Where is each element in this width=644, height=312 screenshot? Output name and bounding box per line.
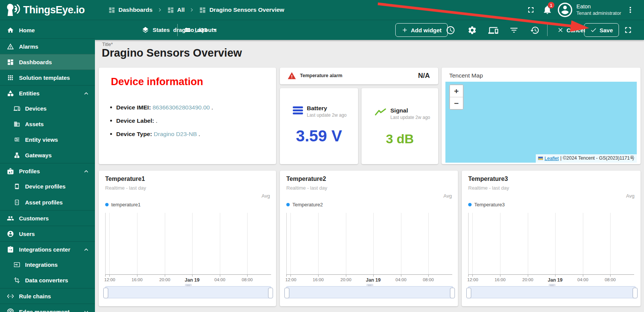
filter-icon[interactable] (509, 25, 519, 35)
legend-dot-icon (468, 203, 472, 206)
sidebar-item-entities[interactable]: Entities (0, 85, 95, 101)
save-button[interactable]: Save (584, 23, 619, 37)
temperature2-chart-widget[interactable]: Temperature2 Realtime - last day Avg Tem… (280, 171, 458, 306)
sidebar-item-asset-profiles[interactable]: Asset profiles (0, 195, 95, 210)
input-icon (14, 261, 20, 268)
sidebar-item-rule-chains[interactable]: Rule chains (0, 288, 95, 304)
x-tick-label: 04:00 (396, 277, 407, 282)
sidebar-item-integrations[interactable]: Integrations (0, 257, 95, 272)
chart-title: Temperature1 (105, 176, 145, 182)
sidebar-item-device-profiles[interactable]: Device profiles (0, 179, 95, 194)
slider-left-handle[interactable] (466, 288, 471, 298)
battery-widget[interactable]: Battery Last update 2w ago 3.59 V (280, 88, 358, 164)
slider-grip-handle[interactable] (185, 284, 192, 287)
time-range-slider[interactable] (105, 286, 271, 298)
temperature3-chart-widget[interactable]: Temperature3 Realtime - last day Avg Tem… (462, 171, 641, 306)
badge-icon (7, 168, 14, 175)
signal-widget[interactable]: Signal Last update 2w ago 3 dB (361, 88, 438, 164)
x-tick-label: 16:00 (313, 277, 324, 282)
user-info[interactable]: Eaton Tenant administrator (576, 3, 621, 16)
layouts-button[interactable]: Layouts (184, 20, 217, 40)
sidebar-item-label: Users (19, 231, 35, 237)
sidebar-item-integrations-center[interactable]: Integrations center (0, 241, 95, 257)
entity-aliases-icon[interactable] (488, 25, 498, 35)
breadcrumb-item-all[interactable]: All (167, 6, 185, 14)
chart-legend[interactable]: Temperature2 (286, 202, 323, 207)
zoom-out-button[interactable]: − (450, 97, 463, 109)
sidebar-item-label: Profiles (19, 168, 40, 174)
add-widget-button[interactable]: Add widget (395, 23, 448, 37)
title-field-label: Title* (102, 42, 113, 47)
temperature1-chart-widget[interactable]: Temperature1 Realtime - last day Avg tem… (99, 171, 276, 306)
sidebar-nav: Home Alarms Dashboards Solution template… (0, 20, 95, 312)
sidebar-item-assets[interactable]: Assets (0, 116, 95, 132)
device-information-widget[interactable]: Device information Device IMEI: 86366306… (99, 68, 276, 164)
temperature-alarm-widget[interactable]: Temperature alarm N/A (280, 68, 438, 84)
sidebar-item-data-converters[interactable]: Data converters (0, 272, 95, 288)
avatar[interactable] (558, 3, 572, 17)
notification-badge: 1 (548, 2, 555, 9)
breadcrumb-label: Dragino Sensors Overview (209, 6, 284, 13)
notifications-bell[interactable]: 1 (542, 5, 552, 15)
time-range-slider[interactable] (286, 286, 453, 298)
x-tick-label: 16:00 (495, 277, 506, 282)
breadcrumb-label: Dashboards (118, 6, 153, 13)
battery-icon (293, 106, 303, 114)
dashboard-title-input[interactable]: Dragino Sensors Overview (102, 47, 242, 59)
sidebar-item-home[interactable]: Home (0, 22, 95, 38)
slider-left-handle[interactable] (103, 288, 108, 298)
sidebar-item-entity-views[interactable]: Entity views (0, 132, 95, 147)
sidebar-item-edge-management[interactable]: Edge management (0, 304, 95, 312)
chart-grid (286, 213, 452, 277)
slider-right-handle[interactable] (633, 288, 638, 298)
legend-dot-icon (286, 203, 290, 206)
breadcrumb-item-current[interactable]: Dragino Sensors Overview (199, 6, 284, 14)
signal-subtitle: Last update 2w ago (390, 115, 430, 120)
chart-legend[interactable]: temperature1 (105, 202, 140, 207)
breadcrumb-item-dashboards[interactable]: Dashboards (108, 6, 153, 14)
map-canvas[interactable]: + − Leaflet | ©2024 Tencent - GS(2023)11… (445, 82, 637, 163)
version-history-icon[interactable] (530, 25, 540, 35)
sidebar-item-dashboards[interactable]: Dashboards (0, 54, 95, 70)
slider-right-handle[interactable] (450, 288, 455, 298)
sidebar-item-solution-templates[interactable]: Solution templates (0, 70, 95, 86)
time-range-slider[interactable] (468, 286, 636, 298)
device-info-value: 863663062803490.00 (153, 104, 210, 111)
device-type-row: Device Type: Dragino D23-NB . (110, 131, 200, 138)
sidebar-item-alarms[interactable]: Alarms (0, 38, 95, 54)
settings-gear-icon[interactable] (467, 25, 477, 35)
sidebar-item-gateways[interactable]: Gateways (0, 147, 95, 163)
legend-label: Temperature3 (474, 202, 505, 207)
fullscreen-icon[interactable] (526, 5, 535, 14)
chart-legend[interactable]: Temperature3 (468, 202, 505, 207)
slider-grip-handle[interactable] (366, 284, 373, 287)
tencent-map-widget[interactable]: Tencent Map + − Leaflet | ©2024 Tencent … (442, 68, 641, 164)
sidebar-item-users[interactable]: Users (0, 226, 95, 242)
sidebar-item-label: Integrations (25, 261, 58, 268)
slider-left-handle[interactable] (284, 288, 289, 298)
x-tick-label: 08:00 (605, 277, 616, 282)
x-tick-label: 16:00 (132, 277, 143, 282)
apps-grid-icon (7, 74, 14, 81)
alarm-value: N/A (418, 72, 430, 80)
user-role: Tenant administrator (576, 10, 621, 16)
states-label: States (153, 27, 170, 33)
device-info-heading: Device information (111, 76, 203, 88)
chart-title: Temperature3 (468, 176, 508, 182)
leaflet-link[interactable]: Leaflet (545, 156, 559, 161)
sidebar-item-label: Solution templates (19, 74, 70, 81)
sidebar-item-devices[interactable]: Devices (0, 101, 95, 116)
fullscreen-icon[interactable] (623, 25, 633, 35)
sidebar-item-profiles[interactable]: Profiles (0, 163, 95, 179)
slider-grip-handle[interactable] (549, 284, 556, 287)
slider-right-handle[interactable] (268, 288, 273, 298)
app-logo[interactable]: ThingsEye.io (5, 3, 85, 17)
more-menu-icon[interactable] (626, 5, 635, 14)
legend-label: temperature1 (111, 202, 140, 207)
time-window-icon[interactable] (446, 25, 455, 35)
zoom-in-button[interactable]: + (450, 85, 463, 97)
sidebar-item-customers[interactable]: Customers (0, 210, 95, 226)
x-tick-label: 12:00 (286, 277, 297, 282)
x-tick-label: 12:00 (104, 277, 115, 282)
view-quilt-icon (14, 136, 20, 143)
